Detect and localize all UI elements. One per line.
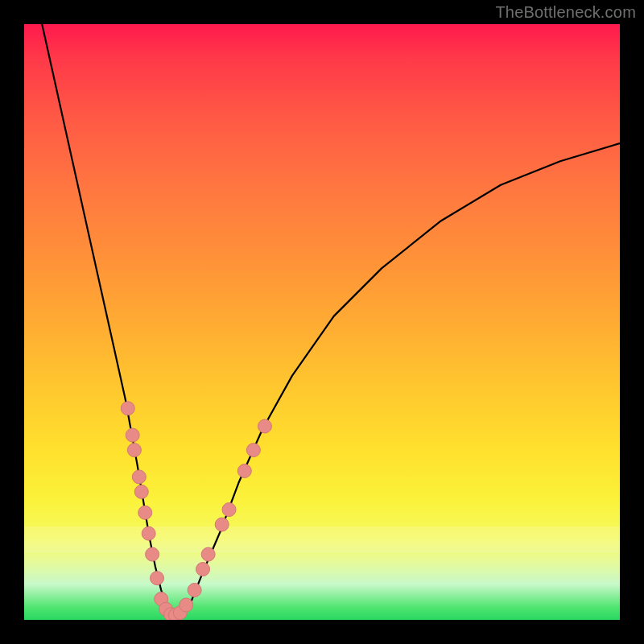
- chart-stage: TheBottleneck.com: [0, 0, 644, 644]
- plot-background-gradient: [24, 24, 620, 620]
- watermark-text: TheBottleneck.com: [495, 3, 636, 22]
